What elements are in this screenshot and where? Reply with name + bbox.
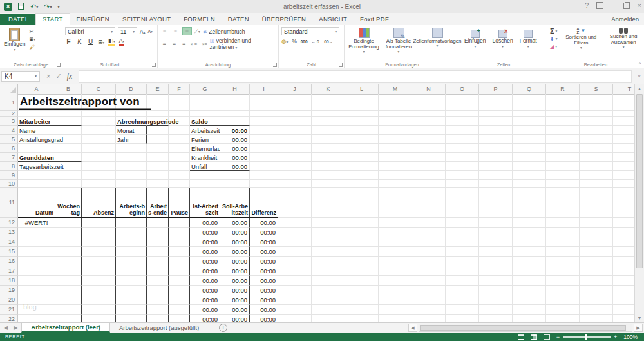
cell-G18[interactable]: 00:00 bbox=[190, 276, 220, 286]
cell-H1[interactable] bbox=[220, 94, 250, 111]
cell-E19[interactable] bbox=[147, 286, 169, 295]
cell-C10[interactable] bbox=[82, 180, 116, 188]
column-header-D[interactable]: D bbox=[116, 84, 147, 94]
cell-J6[interactable] bbox=[278, 144, 312, 153]
cell-I14[interactable]: 00:00 bbox=[250, 237, 278, 247]
cell-G14[interactable]: 00:00 bbox=[190, 237, 220, 247]
row-header-17[interactable]: 17 bbox=[0, 266, 18, 276]
cell-T2[interactable] bbox=[613, 111, 634, 117]
cell-S22[interactable] bbox=[580, 315, 613, 322]
cell-I3[interactable] bbox=[250, 117, 278, 126]
cell-C22[interactable] bbox=[82, 315, 116, 322]
cell-N15[interactable] bbox=[412, 247, 446, 257]
column-header-H[interactable]: H bbox=[220, 84, 250, 94]
cell-S16[interactable] bbox=[580, 257, 613, 266]
cell-M18[interactable] bbox=[379, 276, 412, 286]
cell-M20[interactable] bbox=[379, 295, 412, 305]
insert-function-icon[interactable]: fx bbox=[67, 72, 73, 81]
cell-M22[interactable] bbox=[379, 315, 412, 322]
orientation-icon[interactable]: ⟋▾ bbox=[194, 28, 200, 35]
column-header-L[interactable]: L bbox=[345, 84, 379, 94]
cell-O22[interactable] bbox=[446, 315, 479, 322]
cell-L20[interactable] bbox=[345, 295, 379, 305]
insert-cells-button[interactable]: Einfügen▾ bbox=[463, 29, 488, 49]
cell-E4[interactable] bbox=[147, 126, 169, 135]
cell-A22[interactable] bbox=[18, 315, 55, 322]
cell-K22[interactable] bbox=[312, 315, 345, 322]
column-header-G[interactable]: G bbox=[190, 84, 220, 94]
cell-F17[interactable] bbox=[169, 266, 190, 276]
cell-H21[interactable]: 00:00 bbox=[220, 305, 250, 315]
cell-S10[interactable] bbox=[580, 180, 613, 188]
cell-F15[interactable] bbox=[169, 247, 190, 257]
cell-H5[interactable]: 00:00 bbox=[220, 135, 250, 144]
tab-daten[interactable]: DATEN bbox=[222, 14, 256, 25]
column-header-C[interactable]: C bbox=[82, 84, 116, 94]
cell-A5[interactable]: Anstellungsgrad bbox=[18, 135, 55, 144]
close-icon[interactable]: × bbox=[638, 1, 641, 9]
cell-I4[interactable] bbox=[250, 126, 278, 135]
cell-B20[interactable] bbox=[55, 295, 82, 305]
cell-H3[interactable] bbox=[220, 117, 250, 126]
cell-D22[interactable] bbox=[116, 315, 147, 322]
cell-R19[interactable] bbox=[546, 286, 580, 295]
cell-D15[interactable] bbox=[116, 247, 147, 257]
cell-L19[interactable] bbox=[345, 286, 379, 295]
cell-T15[interactable] bbox=[613, 247, 634, 257]
cell-F18[interactable] bbox=[169, 276, 190, 286]
cell-B18[interactable] bbox=[55, 276, 82, 286]
cell-J16[interactable] bbox=[278, 257, 312, 266]
row-header-8[interactable]: 8 bbox=[0, 162, 18, 171]
enter-icon[interactable]: ✓ bbox=[55, 72, 61, 81]
cell-N9[interactable] bbox=[412, 171, 446, 180]
fill-button[interactable]: ⬇▾ bbox=[550, 35, 557, 42]
cell-A19[interactable] bbox=[18, 286, 55, 295]
cell-F6[interactable] bbox=[169, 144, 190, 153]
cell-J21[interactable] bbox=[278, 305, 312, 315]
cell-H2[interactable] bbox=[220, 111, 250, 117]
cell-N18[interactable] bbox=[412, 276, 446, 286]
cell-S8[interactable] bbox=[580, 162, 613, 171]
font-color-icon[interactable]: A▾ bbox=[119, 37, 124, 46]
row-header-19[interactable]: 19 bbox=[0, 286, 18, 295]
tab-ansicht[interactable]: ANSICHT bbox=[312, 14, 354, 25]
cell-M7[interactable] bbox=[379, 153, 412, 162]
cell-Q17[interactable] bbox=[513, 266, 546, 276]
cell-O19[interactable] bbox=[446, 286, 479, 295]
cancel-icon[interactable]: × bbox=[46, 72, 50, 80]
cell-F13[interactable] bbox=[169, 228, 190, 237]
cell-C19[interactable] bbox=[82, 286, 116, 295]
cell-E12[interactable] bbox=[147, 218, 169, 228]
cell-M11[interactable] bbox=[379, 188, 412, 218]
cell-R1[interactable] bbox=[546, 94, 580, 111]
decrease-indent-icon[interactable]: ⇤≡ bbox=[190, 41, 198, 48]
cell-K19[interactable] bbox=[312, 286, 345, 295]
cell-C3[interactable] bbox=[82, 117, 116, 126]
cell-G1[interactable] bbox=[190, 94, 220, 111]
cell-K13[interactable] bbox=[312, 228, 345, 237]
cell-J3[interactable] bbox=[278, 117, 312, 126]
cell-K10[interactable] bbox=[312, 180, 345, 188]
cell-O20[interactable] bbox=[446, 295, 479, 305]
cell-I8[interactable] bbox=[250, 162, 278, 171]
cell-K8[interactable] bbox=[312, 162, 345, 171]
cell-N22[interactable] bbox=[412, 315, 446, 322]
cell-B6[interactable] bbox=[55, 144, 82, 153]
cell-G19[interactable]: 00:00 bbox=[190, 286, 220, 295]
cell-Q20[interactable] bbox=[513, 295, 546, 305]
cell-N16[interactable] bbox=[412, 257, 446, 266]
cell-H20[interactable]: 00:00 bbox=[220, 295, 250, 305]
cell-I11[interactable]: Differenz bbox=[250, 188, 278, 218]
cell-E6[interactable] bbox=[147, 144, 169, 153]
cell-D13[interactable] bbox=[116, 228, 147, 237]
column-header-O[interactable]: O bbox=[446, 84, 479, 94]
cell-F10[interactable] bbox=[169, 180, 190, 188]
cell-B21[interactable] bbox=[55, 305, 82, 315]
cell-Q19[interactable] bbox=[513, 286, 546, 295]
cell-L16[interactable] bbox=[345, 257, 379, 266]
cell-I17[interactable]: 00:00 bbox=[250, 266, 278, 276]
cell-I10[interactable] bbox=[250, 180, 278, 188]
tab-seitenlayout[interactable]: SEITENLAYOUT bbox=[116, 14, 177, 25]
cell-G15[interactable]: 00:00 bbox=[190, 247, 220, 257]
cell-R11[interactable] bbox=[546, 188, 580, 218]
